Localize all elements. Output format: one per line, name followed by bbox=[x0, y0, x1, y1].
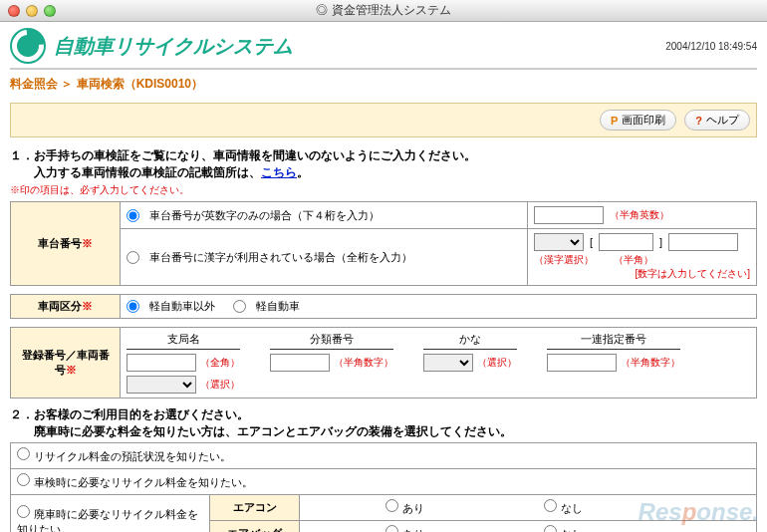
vclass-opt2-radio[interactable] bbox=[233, 300, 246, 313]
reg-class-input[interactable] bbox=[270, 354, 330, 372]
airbag-yes-radio[interactable] bbox=[385, 525, 398, 532]
reg-serial-input[interactable] bbox=[547, 354, 617, 372]
reg-bureau-input[interactable] bbox=[127, 354, 196, 372]
aircon-yes-radio[interactable] bbox=[385, 499, 398, 512]
vclass-opt1-radio[interactable] bbox=[127, 300, 139, 313]
chassis-full-input[interactable] bbox=[668, 233, 738, 251]
minimize-icon[interactable] bbox=[26, 5, 38, 17]
chassis-opt1-radio[interactable] bbox=[127, 209, 139, 222]
window-titlebar: 資金管理法人システム bbox=[0, 0, 767, 22]
timestamp: 2004/12/10 18:49:54 bbox=[665, 41, 757, 52]
required-note: ※印の項目は、必ず入力してください。 bbox=[10, 183, 757, 197]
chassis-last4-input[interactable] bbox=[534, 206, 604, 224]
purpose-opt1-radio[interactable] bbox=[17, 447, 30, 460]
section1-title: １．お手持ちの車検証をご覧になり、車両情報を間違いのないようにご入力ください。 … bbox=[10, 147, 757, 181]
reg-kana-select[interactable] bbox=[423, 354, 473, 372]
purpose-opt2-radio[interactable] bbox=[17, 473, 30, 486]
purpose-table: リサイクル料金の預託状況を知りたい。 車検時に必要なリサイクル料金を知りたい。 … bbox=[10, 442, 757, 532]
chassis-bracket-input[interactable] bbox=[599, 233, 653, 251]
vclass-table: 車両区分※ 軽自動車以外 軽自動車 bbox=[10, 294, 757, 319]
print-button[interactable]: P画面印刷 bbox=[600, 110, 676, 131]
help-link[interactable]: こちら bbox=[261, 165, 297, 179]
close-icon[interactable] bbox=[8, 5, 20, 17]
chassis-table: 車台番号※ 車台番号が英数字のみの場合（下４桁を入力） （半角英数） 車台番号に… bbox=[10, 201, 757, 286]
zoom-icon[interactable] bbox=[44, 5, 56, 17]
reg-table: 登録番号／車両番号※ 支局名 （全角） （選択） 分類番号 （半角数字） かな … bbox=[10, 327, 757, 399]
recycle-logo-icon bbox=[10, 28, 46, 64]
chassis-kanji-select[interactable] bbox=[534, 233, 584, 251]
aircon-no-radio[interactable] bbox=[544, 499, 557, 512]
window-title: 資金管理法人システム bbox=[316, 2, 450, 19]
breadcrumb: 料金照会 ＞ 車両検索（KDIS0010） bbox=[10, 76, 757, 93]
purpose-opt3-radio[interactable] bbox=[17, 505, 30, 518]
reg-bureau-select[interactable] bbox=[127, 376, 196, 394]
section2-title: ２．お客様のご利用目的をお選びください。 廃車時に必要な料金を知りたい方は、エア… bbox=[10, 406, 757, 440]
airbag-no-radio[interactable] bbox=[544, 525, 557, 532]
app-title: 自動車リサイクルシステム bbox=[54, 33, 293, 60]
chassis-opt2-radio[interactable] bbox=[127, 251, 139, 264]
toolbar: P画面印刷 ?ヘルプ bbox=[10, 103, 757, 137]
help-button[interactable]: ?ヘルプ bbox=[684, 110, 750, 131]
